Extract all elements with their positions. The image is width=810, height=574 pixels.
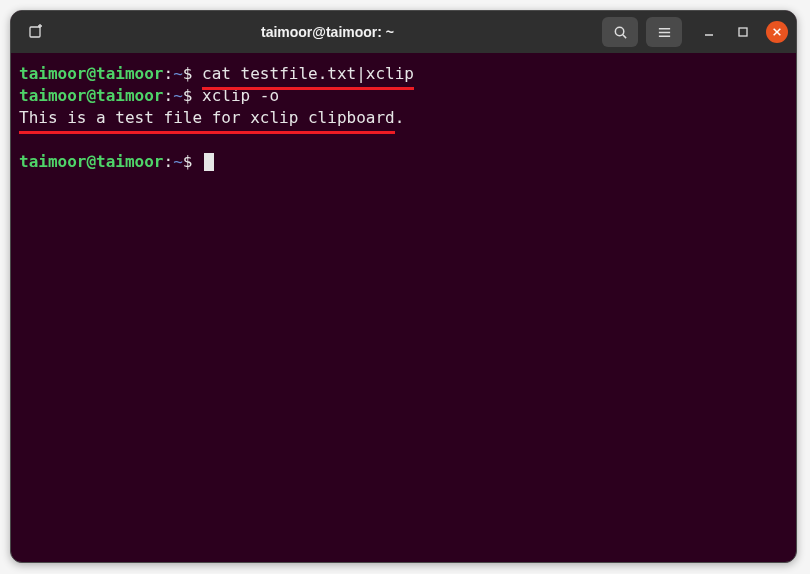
output-period: .	[395, 108, 405, 127]
prompt-symbol: $	[183, 64, 193, 83]
search-button[interactable]	[602, 17, 638, 47]
prompt-cwd: ~	[173, 152, 183, 171]
svg-rect-9	[739, 28, 747, 36]
underlined-command: cat testfile.txt|xclip	[202, 63, 414, 85]
new-tab-button[interactable]	[19, 17, 53, 47]
search-icon	[613, 25, 628, 40]
svg-line-4	[622, 34, 625, 37]
svg-rect-0	[30, 27, 40, 37]
command-text: cat testfile.txt|xclip	[192, 64, 414, 83]
new-tab-icon	[28, 24, 44, 40]
prompt-colon: :	[164, 152, 174, 171]
titlebar: taimoor@taimoor: ~	[11, 11, 796, 53]
close-button[interactable]	[766, 21, 788, 43]
minimize-button[interactable]	[698, 21, 720, 43]
prompt-user-host: taimoor@taimoor	[19, 152, 164, 171]
prompt-cwd: ~	[173, 64, 183, 83]
prompt-user-host: taimoor@taimoor	[19, 64, 164, 83]
terminal-window: taimoor@taimoor: ~	[10, 10, 797, 563]
prompt-colon: :	[164, 64, 174, 83]
window-controls	[698, 21, 788, 43]
terminal-line: taimoor@taimoor:~$	[19, 151, 788, 173]
terminal-body[interactable]: taimoor@taimoor:~$ cat testfile.txt|xcli…	[11, 53, 796, 183]
underlined-output: This is a test file for xclip clipboard	[19, 107, 395, 129]
minimize-icon	[703, 26, 715, 38]
prompt-colon: :	[164, 86, 174, 105]
maximize-icon	[737, 26, 749, 38]
hamburger-icon	[657, 25, 672, 40]
svg-point-3	[615, 27, 623, 35]
titlebar-right	[602, 17, 788, 47]
menu-button[interactable]	[646, 17, 682, 47]
prompt-symbol: $	[183, 86, 193, 105]
cursor	[204, 153, 214, 171]
prompt-user-host: taimoor@taimoor	[19, 86, 164, 105]
terminal-line: taimoor@taimoor:~$ cat testfile.txt|xcli…	[19, 63, 788, 85]
prompt-symbol: $	[183, 152, 193, 171]
titlebar-left	[19, 17, 53, 47]
window-title: taimoor@taimoor: ~	[53, 24, 602, 40]
prompt-cwd: ~	[173, 86, 183, 105]
close-icon	[772, 27, 782, 37]
maximize-button[interactable]	[732, 21, 754, 43]
terminal-output-line: This is a test file for xclip clipboard.	[19, 107, 788, 129]
